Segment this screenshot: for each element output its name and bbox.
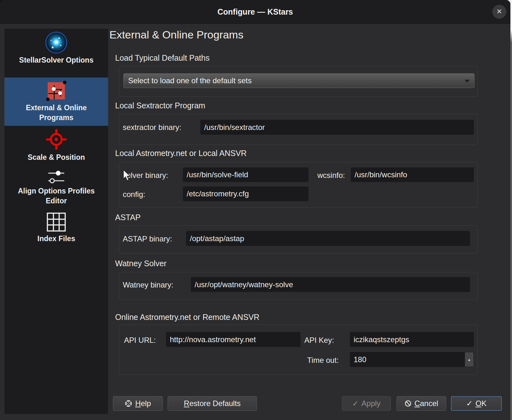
mouse-cursor	[123, 169, 132, 183]
timeout-value: 180	[354, 355, 366, 364]
sextractor-binary-field[interactable]: /usr/bin/sextractor	[200, 120, 474, 135]
external-programs-icon	[4, 78, 108, 101]
config-label: config:	[123, 190, 145, 199]
sextractor-binary-label: sextractor binary:	[123, 123, 181, 132]
solver-binary-field[interactable]: /usr/bin/solve-field	[183, 167, 308, 182]
wcsinfo-label: wcsinfo:	[317, 171, 345, 180]
watney-binary-label: Watney binary:	[123, 281, 173, 289]
section-label-online: Online Astrometry.net or Remote ANSVR	[115, 313, 259, 322]
check-icon: ✓	[352, 400, 358, 407]
chevron-down-icon	[465, 80, 470, 83]
help-icon	[125, 400, 132, 407]
close-icon[interactable]: ×	[492, 5, 506, 19]
sidebar-item-scale-position[interactable]: Scale & Position	[4, 126, 108, 165]
page-title: External & Online Programs	[109, 29, 243, 41]
sliders-icon	[4, 166, 108, 184]
sidebar-item-stellarsolver-options[interactable]: StellarSolver Options	[4, 29, 108, 77]
grid-icon	[4, 210, 108, 232]
apply-button-label: Apply	[362, 399, 381, 408]
section-label-sextractor: Local Sextractor Program	[115, 101, 205, 110]
sidebar-item-label: External & Online Programs	[9, 103, 104, 123]
target-icon	[4, 126, 108, 151]
help-button-label: Help	[135, 399, 151, 408]
restore-defaults-label: Restore Defaults	[184, 399, 241, 408]
restore-defaults-button[interactable]: Restore Defaults	[168, 396, 257, 411]
api-key-label: API Key:	[304, 336, 334, 345]
astap-binary-label: ASTAP binary:	[123, 234, 172, 243]
section-label-load-defaults: Load Typical Default Paths	[115, 53, 210, 63]
check-icon: ✓	[466, 400, 473, 407]
api-url-label: API URL:	[124, 336, 156, 345]
sidebar-item-index-files[interactable]: Index Files	[4, 210, 108, 251]
sidebar-item-external-online-programs[interactable]: External & Online Programs	[4, 78, 108, 126]
section-label-astap: ASTAP	[115, 213, 141, 222]
timeout-label: Time out:	[299, 356, 339, 365]
watney-binary-field[interactable]: /usr/opt/watney/watney-solve	[191, 277, 470, 292]
spinbox-buttons: ▲ ▼	[465, 352, 474, 367]
sidebar-item-label: Index Files	[9, 234, 104, 244]
help-button[interactable]: Help	[113, 396, 163, 411]
ok-button[interactable]: ✓ OK	[451, 396, 502, 411]
api-key-field[interactable]: iczikaqstszeptgs	[350, 332, 474, 347]
timeout-spinbox[interactable]: 180 ▲ ▼	[350, 352, 474, 367]
astap-binary-field[interactable]: /opt/astap/astap	[186, 231, 470, 246]
sidebar-item-label: StellarSolver Options	[9, 55, 104, 65]
category-sidebar: StellarSolver Options External & Online …	[4, 29, 108, 414]
config-field[interactable]: /etc/astrometry.cfg	[183, 186, 308, 201]
api-url-field[interactable]: http://nova.astrometry.net	[166, 332, 301, 347]
title-bar[interactable]: Configure — KStars ×	[0, 0, 510, 24]
configure-dialog: Configure — KStars × StellarSolver Optio…	[0, 0, 510, 420]
apply-button[interactable]: ✓ Apply	[342, 396, 391, 411]
cancel-button-label: Cancel	[414, 399, 438, 408]
sidebar-item-align-options-profiles-editor[interactable]: Align Options Profiles Editor	[4, 166, 108, 209]
sidebar-item-label: Align Options Profiles Editor	[9, 186, 104, 206]
wcsinfo-field[interactable]: /usr/bin/wcsinfo	[351, 167, 474, 182]
spin-up-icon[interactable]: ▲	[465, 352, 474, 367]
ok-button-label: OK	[475, 399, 487, 408]
combobox-selected-value: Select to load one of the default sets	[128, 76, 252, 85]
window-title: Configure — KStars	[0, 0, 510, 24]
default-paths-combobox[interactable]: Select to load one of the default sets	[123, 73, 474, 88]
section-label-astrometry: Local Astrometry.net or Local ANSVR	[115, 149, 247, 158]
section-label-watney: Watney Solver	[115, 259, 167, 268]
stellarsolver-star-icon	[4, 29, 108, 53]
cancel-icon	[405, 400, 412, 407]
sidebar-item-label: Scale & Position	[9, 152, 104, 162]
cancel-button[interactable]: Cancel	[397, 396, 446, 411]
